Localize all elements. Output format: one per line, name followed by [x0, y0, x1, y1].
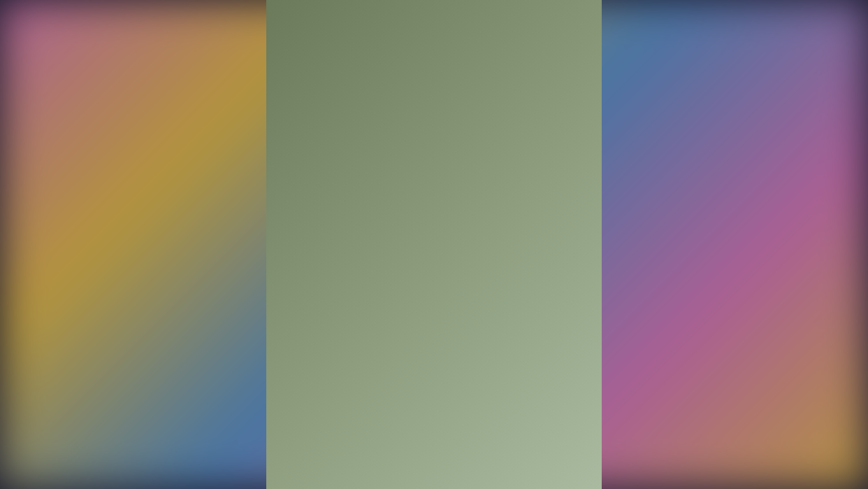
card-partial-city[interactable]	[437, 398, 593, 433]
partial-row	[275, 398, 593, 433]
partial-city-bg	[437, 398, 593, 433]
app-container: Demo Videos Auto Mosaic Try Now Simple S…	[266, 0, 602, 489]
content-area: Auto Mosaic Try Now Simple Style Transit…	[266, 27, 602, 446]
